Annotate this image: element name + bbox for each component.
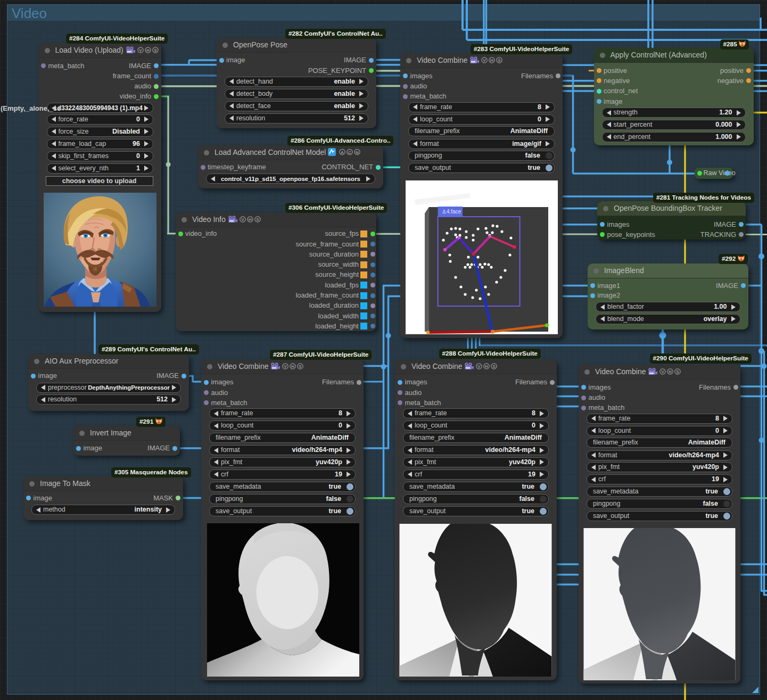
svg-text:N: N bbox=[356, 150, 359, 155]
svg-text:S: S bbox=[498, 58, 501, 63]
svg-text:A: A bbox=[341, 150, 344, 155]
svg-text:C: C bbox=[348, 150, 351, 155]
svg-text:H: H bbox=[485, 364, 488, 369]
svg-text:V: V bbox=[662, 369, 665, 374]
svg-text:♙4.face: ♙4.face bbox=[442, 209, 461, 215]
svg-text:V: V bbox=[478, 364, 481, 369]
svg-text:V: V bbox=[284, 364, 287, 369]
svg-text:V: V bbox=[241, 217, 244, 222]
svg-text:H: H bbox=[490, 58, 493, 63]
svg-text:H: H bbox=[146, 48, 150, 53]
svg-text:S: S bbox=[493, 364, 496, 369]
svg-text:V: V bbox=[483, 58, 486, 63]
svg-text:H: H bbox=[249, 217, 252, 222]
svg-text:V: V bbox=[139, 48, 142, 53]
svg-text:H: H bbox=[669, 369, 672, 374]
svg-text:H: H bbox=[291, 364, 294, 369]
svg-text:S: S bbox=[154, 48, 157, 53]
svg-text:S: S bbox=[256, 217, 259, 222]
svg-text:S: S bbox=[677, 369, 680, 374]
svg-text:S: S bbox=[299, 364, 302, 369]
